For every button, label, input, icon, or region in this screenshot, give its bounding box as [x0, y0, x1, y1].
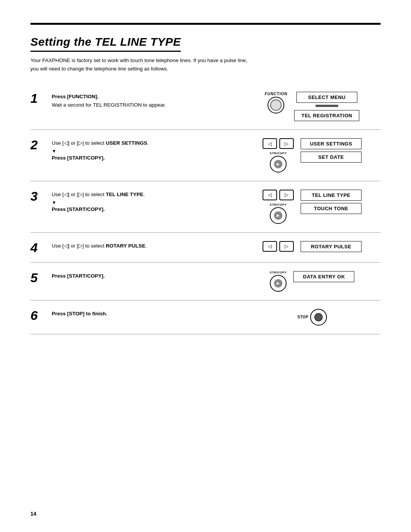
step-3-startcopy-visual: STR/COPY — [270, 203, 287, 224]
step-5-startcopy-circle[interactable] — [270, 275, 287, 292]
step-6-row: 6 Press [STOP] to finish. STOP — [30, 300, 381, 334]
step-3-row: 3 Use [◁] or [▷] to select TEL LINE TYPE… — [30, 181, 381, 233]
lcd-touch-tone: TOUCH TONE — [301, 203, 362, 214]
step-6-content: Press [STOP] to finish. — [49, 309, 244, 320]
step-2-instruction: Use [◁] or [▷] to select USER SETTINGS. — [52, 139, 244, 147]
function-button-inner — [270, 99, 282, 111]
step-4-bold: ROTARY PULSE — [106, 243, 145, 249]
step-6-instruction: Press [STOP] to finish. — [52, 310, 244, 318]
stop-button-label: STOP — [297, 315, 308, 319]
step-3-startcopy-circle[interactable] — [270, 207, 287, 224]
startcopy-button-visual: STR/COPY — [270, 152, 287, 173]
step-5-instruction: Press [START/COPY]. — [52, 272, 244, 280]
lcd-select-menu: SELECT MENU — [296, 92, 357, 103]
step-3-right-arrow[interactable]: ▷ — [279, 190, 294, 200]
tape-indicator — [315, 105, 338, 107]
step-1-normal: Wait a second for TEL REGISTRATION to ap… — [52, 102, 166, 108]
step-5-number: 5 — [30, 271, 49, 284]
step-3-left-arrow[interactable]: ◁ — [263, 190, 277, 200]
step-4-lcd-stack: ROTARY PULSE — [301, 241, 362, 252]
step-4-row: 4 Use [◁] or [▷] to select ROTARY PULSE.… — [30, 233, 381, 263]
stop-button-visual: STOP — [297, 309, 327, 326]
function-button-circle[interactable] — [268, 97, 284, 113]
step-1-row: 1 Press [FUNCTION]. Wait a second for TE… — [30, 83, 381, 130]
step-3-number: 3 — [30, 190, 49, 203]
step-4-instruction: Use [◁] or [▷] to select ROTARY PULSE. — [52, 242, 244, 250]
arrow-buttons: ◁ ▷ — [263, 138, 294, 149]
step-3-arrow: ▼ — [52, 200, 244, 205]
right-arrow-button[interactable]: ▷ — [279, 138, 294, 149]
step-5-bold: Press [START/COPY]. — [52, 273, 105, 279]
step-4-visuals: ◁ ▷ ROTARY PULSE — [244, 241, 381, 252]
step-3-arrow-buttons: ◁ ▷ — [263, 190, 294, 200]
step-3-startcopy-inner — [274, 211, 282, 220]
step-4-right-arrow[interactable]: ▷ — [279, 241, 294, 252]
left-arrow-button[interactable]: ◁ — [263, 138, 277, 149]
step-4-arrow-buttons: ◁ ▷ — [263, 241, 294, 252]
step-1-visuals-pair: FUNCTIOΝ SELECT MENU TEL REGISTRATION — [265, 92, 360, 121]
step-2-arrow: ▼ — [52, 149, 244, 153]
step-3-startcopy-label: STR/COPY — [270, 203, 287, 207]
step-2-visuals-pair: ◁ ▷ STR/COPY USER SETTINGS SET DATE — [263, 138, 362, 173]
step-1-bold: Press [FUNCTION]. — [52, 94, 99, 99]
step-3-visuals: ◁ ▷ STR/COPY TEL LINE TYPE TOUCH TONE — [244, 190, 381, 224]
step-2-visuals: ◁ ▷ STR/COPY USER SETTINGS SET DATE — [244, 138, 381, 173]
step-3-lcd-stack: TEL LINE TYPE TOUCH TONE — [301, 190, 362, 214]
step-3-instruction: Use [◁] or [▷] to select TEL LINE TYPE. — [52, 190, 244, 199]
step-3-visuals-pair: ◁ ▷ STR/COPY TEL LINE TYPE TOUCH TONE — [263, 190, 362, 224]
step-2-number: 2 — [30, 138, 49, 151]
section-title: Setting the TEL LINE TYPE — [30, 35, 181, 52]
step-5-startcopy-visual: STR/COPY — [270, 271, 287, 292]
step-3-content: Use [◁] or [▷] to select TEL LINE TYPE. … — [49, 190, 244, 212]
step-2-content: Use [◁] or [▷] to select USER SETTINGS. … — [49, 138, 244, 161]
stop-button-inner — [314, 313, 323, 321]
step-5-visuals: STR/COPY DATA ENTRY OK — [244, 271, 381, 292]
intro-text: Your FAXPHONE is factory set to work wit… — [30, 56, 251, 73]
lcd-data-entry-ok: DATA ENTRY OK — [293, 271, 354, 282]
startcopy-inner — [274, 160, 282, 168]
step-5-row: 5 Press [START/COPY]. STR/COPY DATA ENTR… — [30, 263, 381, 300]
step-2-normal: Use [◁] or [▷] to select USER SETTINGS. — [52, 140, 149, 146]
step-4-left-arrow[interactable]: ◁ — [263, 241, 277, 252]
step-6-visuals: STOP — [244, 309, 381, 326]
step-6-number: 6 — [30, 309, 49, 322]
lcd-rotary-pulse: ROTARY PULSE — [301, 241, 362, 252]
step-2-row: 2 Use [◁] or [▷] to select USER SETTINGS… — [30, 130, 381, 181]
step-1-content: Press [FUNCTION]. Wait a second for TEL … — [49, 92, 244, 110]
step-3-bold: TEL LINE TYPE — [106, 192, 143, 197]
page: Setting the TEL LINE TYPE Your FAXPHONE … — [0, 0, 411, 532]
step-2-lcd-stack: USER SETTINGS SET DATE — [301, 138, 362, 163]
step-3-normal: Use [◁] or [▷] to select TEL LINE TYPE. — [52, 192, 145, 197]
function-button-visual: FUNCTIOΝ — [265, 92, 288, 113]
lcd-set-date: SET DATE — [301, 152, 362, 163]
top-border — [30, 23, 381, 25]
lcd-tel-registration: TEL REGISTRATION — [294, 110, 359, 121]
step-1-instruction: Press [FUNCTION]. Wait a second for TEL … — [52, 93, 244, 109]
step-1-lcd-stack: SELECT MENU TEL REGISTRATION — [294, 92, 359, 121]
stop-button-circle[interactable] — [310, 309, 327, 326]
step-2-sub: Press [START/COPY]. — [52, 155, 244, 161]
startcopy-label: STR/COPY — [270, 152, 287, 155]
step-3-sub: Press [START/COPY]. — [52, 206, 244, 212]
step-1-visuals: FUNCTIOΝ SELECT MENU TEL REGISTRATION — [244, 92, 381, 121]
lcd-user-settings: USER SETTINGS — [301, 138, 362, 149]
step-5-startcopy-label: STR/COPY — [270, 271, 287, 275]
step-6-visuals-pair: STOP — [297, 309, 327, 326]
step-5-visuals-pair: STR/COPY DATA ENTRY OK — [270, 271, 355, 292]
step-4-number: 4 — [30, 241, 49, 254]
step-6-bold: Press [STOP] to finish. — [52, 311, 107, 316]
step-4-normal: Use [◁] or [▷] to select ROTARY PULSE. — [52, 243, 147, 249]
step-5-content: Press [START/COPY]. — [49, 271, 244, 282]
step-5-startcopy-inner — [274, 279, 282, 288]
startcopy-circle[interactable] — [270, 156, 287, 173]
step-1-number: 1 — [30, 92, 49, 105]
step-2-bold: USER SETTINGS — [106, 140, 147, 146]
page-number: 14 — [30, 511, 37, 517]
step-2-buttons: ◁ ▷ STR/COPY — [263, 138, 294, 173]
step-3-buttons: ◁ ▷ STR/COPY — [263, 190, 294, 224]
lcd-tel-line-type: TEL LINE TYPE — [301, 190, 362, 201]
step-4-content: Use [◁] or [▷] to select ROTARY PULSE. — [49, 241, 244, 252]
step-4-visuals-pair: ◁ ▷ ROTARY PULSE — [263, 241, 362, 252]
function-button-label: FUNCTIOΝ — [265, 92, 288, 96]
step-1-lcd-select-menu: SELECT MENU — [294, 92, 359, 108]
